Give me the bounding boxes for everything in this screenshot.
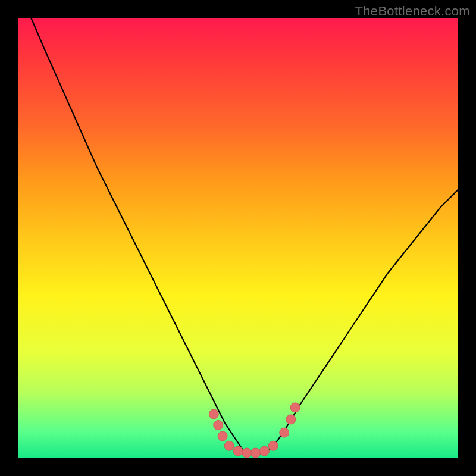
- plot-area: [18, 18, 458, 458]
- marker-dot: [233, 446, 243, 456]
- marker-dot: [218, 431, 227, 441]
- marker-dot: [259, 446, 269, 456]
- bottleneck-curve-svg: [18, 18, 458, 458]
- marker-dot: [224, 441, 234, 450]
- optimal-zone-markers: [209, 403, 300, 458]
- watermark-text: TheBottleneck.com: [355, 4, 470, 19]
- marker-dot: [242, 448, 252, 458]
- marker-dot: [251, 448, 261, 458]
- marker-dot: [280, 428, 289, 437]
- bottleneck-curve: [31, 18, 458, 454]
- marker-dot: [290, 403, 300, 412]
- marker-dot: [286, 415, 296, 424]
- marker-dot: [209, 409, 218, 419]
- marker-dot: [268, 441, 278, 450]
- marker-dot: [214, 421, 223, 430]
- outer-frame: TheBottleneck.com: [0, 0, 476, 476]
